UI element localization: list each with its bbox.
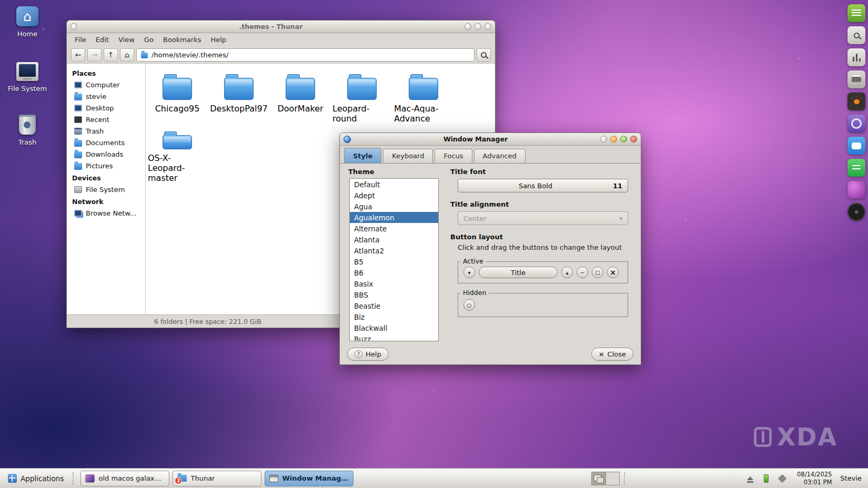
media-app-icon[interactable]	[847, 181, 865, 199]
theme-item[interactable]: Basix	[350, 278, 438, 289]
sidebar-item-trash[interactable]: Trash	[67, 125, 145, 137]
sidebar-item-recent[interactable]: Recent	[67, 114, 145, 125]
thunar-titlebar[interactable]: .themes - Thunar	[67, 21, 495, 33]
theme-item[interactable]: Beastie	[350, 300, 438, 311]
window-menu-button[interactable]	[70, 23, 77, 30]
violet-app-icon[interactable]	[847, 115, 865, 133]
close-button[interactable]	[485, 23, 491, 30]
theme-item[interactable]: Agua	[350, 201, 438, 212]
app-finder-icon[interactable]	[847, 26, 865, 44]
sidebar-item-documents[interactable]: Documents	[67, 137, 145, 148]
tab-focus[interactable]: Focus	[435, 149, 472, 163]
theme-item-selected[interactable]: Agualemon	[350, 212, 438, 223]
maximize-button[interactable]	[475, 23, 481, 30]
theme-item[interactable]: Biz	[350, 311, 438, 322]
menu-bookmarks[interactable]: Bookmarks	[158, 34, 206, 45]
shade-layout-button[interactable]: ▴	[561, 267, 573, 278]
up-button[interactable]: ↑	[104, 48, 118, 62]
folder-item-chicago95[interactable]: Chicago95	[148, 71, 207, 126]
paw-app-icon[interactable]	[847, 93, 865, 110]
notes-app-icon[interactable]	[847, 4, 865, 22]
menu-edit[interactable]: Edit	[91, 34, 114, 45]
user-menu[interactable]: Stevie	[835, 474, 865, 482]
sidebar-item-browse-network[interactable]: Browse Netw...	[67, 207, 145, 219]
title-font-button[interactable]: Sans Bold 11	[458, 179, 628, 192]
task-thunar[interactable]: 2 Thunar	[173, 471, 261, 486]
close-button[interactable]	[630, 136, 637, 143]
folder-item-doormaker[interactable]: DoorMaker	[271, 71, 330, 126]
desktop-icon-trash[interactable]: Trash	[7, 115, 47, 146]
title-alignment-dropdown[interactable]: Center ▾	[458, 211, 628, 225]
menu-layout-button[interactable]: ▾	[463, 267, 475, 278]
menu-help[interactable]: Help	[206, 34, 231, 45]
workspace-pager[interactable]	[591, 472, 620, 485]
search-button[interactable]	[477, 48, 491, 62]
tab-style[interactable]: Style	[344, 148, 381, 163]
stick-layout-button[interactable]: ○	[463, 299, 475, 311]
maximize-button[interactable]	[620, 136, 627, 143]
spotify-icon[interactable]	[847, 159, 865, 177]
workspace-2[interactable]	[605, 472, 620, 485]
battery-tray-icon[interactable]	[764, 474, 769, 483]
sidebar-item-pictures[interactable]: Pictures	[67, 160, 145, 171]
home-button[interactable]: ⌂	[120, 48, 134, 62]
close-layout-button[interactable]: ×	[607, 267, 619, 278]
workspace-1[interactable]	[592, 472, 605, 485]
folder-item-os-x-leopard-master[interactable]: OS-X-Leopard-master	[148, 128, 207, 183]
desktop-icon-home[interactable]: ⌂ Home	[7, 6, 47, 38]
chat-app-icon[interactable]	[847, 137, 865, 155]
theme-item[interactable]: Atlanta2	[350, 245, 438, 256]
menu-view[interactable]: View	[114, 34, 139, 45]
sidebar-item-computer[interactable]: Computer	[67, 79, 145, 90]
folder-item-desktoppal97[interactable]: DesktopPal97	[209, 71, 268, 126]
clock[interactable]: 08/14/2025 03:01 PM	[797, 471, 832, 486]
mixer-icon[interactable]	[847, 48, 865, 66]
sidebar-item-label: File System	[86, 186, 125, 194]
path-input[interactable]: /home/stevie/.themes/	[136, 48, 475, 62]
menu-go[interactable]: Go	[139, 34, 158, 45]
title-layout-button[interactable]: Title	[479, 267, 558, 278]
folder-item-leopard-round[interactable]: Leopard-round	[332, 71, 391, 126]
theme-item[interactable]: BBS	[350, 289, 438, 300]
printer-icon[interactable]	[847, 70, 865, 88]
theme-item[interactable]: Atlanta	[350, 234, 438, 245]
theme-list[interactable]: Default Adept Agua Agualemon Alternate A…	[349, 178, 439, 341]
applications-menu-button[interactable]: Applications	[3, 471, 68, 486]
forward-button[interactable]: →	[87, 48, 102, 62]
tab-keyboard[interactable]: Keyboard	[383, 149, 433, 163]
sidebar-item-stevie[interactable]: stevie	[67, 90, 145, 102]
sidebar-item-downloads[interactable]: Downloads	[67, 148, 145, 160]
sidebar-item-file-system[interactable]: File System	[67, 184, 145, 195]
wm-titlebar[interactable]: Window Manager	[340, 133, 641, 146]
tab-advanced[interactable]: Advanced	[474, 149, 526, 163]
minimize-button[interactable]	[610, 136, 617, 143]
menu-arrow-icon: ▾	[468, 270, 470, 276]
back-button[interactable]: ←	[71, 48, 85, 62]
close-dialog-button[interactable]: × Close	[591, 348, 633, 361]
minimize-button[interactable]	[465, 23, 471, 30]
shade-button[interactable]	[600, 136, 607, 143]
theme-item[interactable]: B6	[350, 267, 438, 278]
theme-item[interactable]: B5	[350, 256, 438, 267]
theme-item[interactable]: Buzz	[350, 333, 438, 341]
search-icon	[481, 52, 487, 58]
theme-item[interactable]: Alternate	[350, 223, 438, 234]
help-button[interactable]: ? Help	[347, 348, 389, 361]
file-system-icon	[16, 62, 38, 81]
bluetooth-tray-icon[interactable]	[778, 474, 787, 483]
desktop-icon-file-system[interactable]: File System	[7, 62, 47, 93]
theme-item[interactable]: Adept	[350, 190, 438, 201]
help-button-label: Help	[366, 350, 381, 358]
vinyl-app-icon[interactable]	[847, 203, 865, 221]
minimize-layout-button[interactable]: −	[577, 267, 588, 278]
maximize-layout-button[interactable]: □	[592, 267, 603, 278]
eject-tray-icon[interactable]	[747, 476, 753, 480]
theme-item[interactable]: Default	[350, 179, 438, 190]
desktop-dock	[847, 4, 866, 221]
sidebar-item-desktop[interactable]: Desktop	[67, 102, 145, 114]
task-old-macos-galaxy[interactable]: old macos galaxy ...	[80, 471, 169, 486]
folder-item-mac-aqua-advance[interactable]: Mac-Aqua-Advance	[394, 71, 453, 126]
task-window-manager[interactable]: Window Manager	[265, 471, 354, 486]
theme-item[interactable]: Blackwall	[350, 322, 438, 333]
menu-file[interactable]: File	[70, 34, 91, 45]
